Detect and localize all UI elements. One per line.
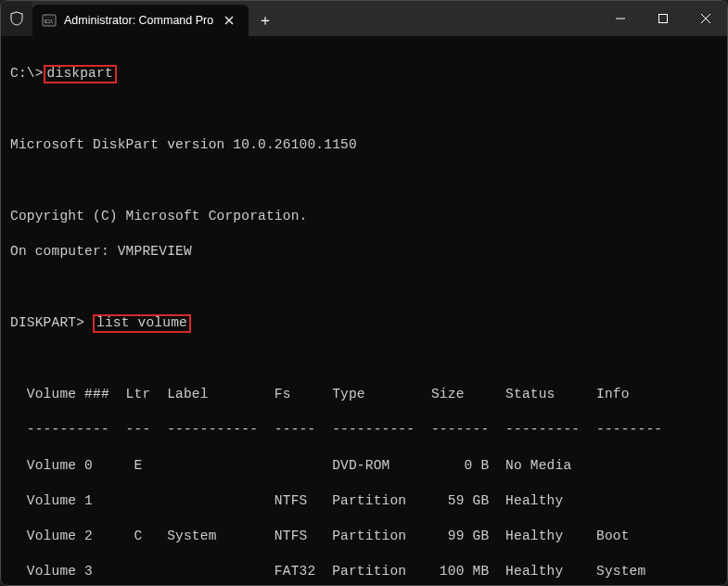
prompt-text: DISKPART> <box>10 315 93 330</box>
command-diskpart: diskpart <box>47 66 113 81</box>
highlight-box: diskpart <box>44 65 117 83</box>
terminal-window: C:\ Administrator: Command Pro ＋ C:\>dis… <box>0 0 728 586</box>
output-computer: On computer: VMPREVIEW <box>10 243 720 261</box>
minimize-button[interactable] <box>599 1 642 36</box>
blank-line <box>10 101 720 119</box>
window-controls <box>599 1 727 36</box>
table-divider: ---------- --- ----------- ----- -------… <box>10 421 720 439</box>
table-header: Volume ### Ltr Label Fs Type Size Status… <box>10 386 720 403</box>
terminal-line: C:\>diskpart <box>10 65 720 83</box>
prompt-text: C:\> <box>10 66 44 81</box>
svg-text:C:\: C:\ <box>45 18 53 25</box>
highlight-box: list volume <box>93 314 191 333</box>
command-list-volume: list volume <box>96 315 187 330</box>
active-tab[interactable]: C:\ Administrator: Command Pro <box>32 5 249 36</box>
title-bar-drag-region[interactable] <box>282 1 599 36</box>
title-bar: C:\ Administrator: Command Pro ＋ <box>1 1 727 36</box>
table-row: Volume 0 E DVD-ROM 0 B No Media <box>10 457 720 475</box>
close-button[interactable] <box>684 1 727 36</box>
cmd-icon: C:\ <box>42 13 57 28</box>
table-row: Volume 1 NTFS Partition 59 GB Healthy <box>10 492 720 510</box>
terminal-line: DISKPART> list volume <box>10 314 720 333</box>
tab-close-button[interactable] <box>221 12 237 29</box>
uac-shield-icon <box>1 1 32 36</box>
output-version: Microsoft DiskPart version 10.0.26100.11… <box>10 136 720 154</box>
terminal-viewport[interactable]: C:\>diskpart Microsoft DiskPart version … <box>1 36 727 585</box>
svg-rect-2 <box>659 15 668 23</box>
maximize-button[interactable] <box>642 1 684 36</box>
blank-line <box>10 350 720 368</box>
tab-title: Administrator: Command Pro <box>64 14 213 27</box>
output-copyright: Copyright (C) Microsoft Corporation. <box>10 208 720 225</box>
new-tab-button[interactable]: ＋ <box>249 5 282 36</box>
blank-line <box>10 278 720 296</box>
table-row: Volume 3 FAT32 Partition 100 MB Healthy … <box>10 563 720 580</box>
blank-line <box>10 172 720 190</box>
table-row: Volume 2 C System NTFS Partition 99 GB H… <box>10 528 720 545</box>
